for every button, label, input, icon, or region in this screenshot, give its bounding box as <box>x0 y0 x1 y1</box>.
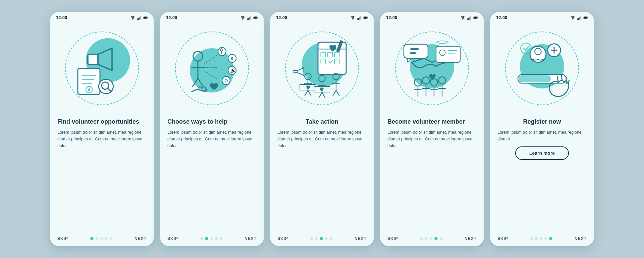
dot-1-4[interactable] <box>105 237 108 240</box>
svg-rect-128 <box>519 75 551 82</box>
skip-button-2[interactable]: SKIP <box>167 236 178 241</box>
dashed-circle-3 <box>285 31 359 105</box>
dot-5-2[interactable] <box>535 237 538 240</box>
svg-line-69 <box>308 90 311 96</box>
svg-line-78 <box>333 90 336 96</box>
dot-5-1[interactable] <box>530 237 533 240</box>
phone-screen-4: 12:00 <box>380 12 484 246</box>
status-bar-2: 12:00 <box>160 12 264 21</box>
phone-screen-5: 12:00 <box>490 12 594 246</box>
signal-icon <box>137 15 142 20</box>
phone-screen-1: 12:00 <box>50 12 154 246</box>
svg-rect-25 <box>249 17 250 19</box>
screen-body-5: Lorem ipsum dolor sit dim amet, mea regi… <box>497 129 587 142</box>
signal-icon <box>247 15 252 20</box>
dot-3-4[interactable] <box>325 237 328 240</box>
dot-5-4[interactable] <box>544 237 547 240</box>
battery-icon <box>583 15 588 20</box>
status-bar-5: 12:00 <box>490 12 594 21</box>
illustration-3 <box>270 21 374 115</box>
battery-icon <box>253 15 258 20</box>
svg-rect-24 <box>248 18 249 20</box>
time-5: 12:00 <box>496 15 507 20</box>
svg-point-86 <box>463 19 463 19</box>
dot-3-1[interactable] <box>310 237 313 240</box>
dot-3-5[interactable] <box>330 237 332 240</box>
skip-button-3[interactable]: SKIP <box>277 236 288 241</box>
screens-container: 12:00 <box>50 12 594 246</box>
signal-icon <box>357 15 362 20</box>
bottom-nav-1: SKIPNEXT <box>50 233 154 246</box>
dot-4-4[interactable] <box>434 237 438 240</box>
dot-2-4[interactable] <box>215 237 218 240</box>
svg-rect-118 <box>584 17 586 18</box>
next-button-4[interactable]: NEXT <box>465 236 477 241</box>
skip-button-1[interactable]: SKIP <box>57 236 68 241</box>
dot-4-3[interactable] <box>430 237 432 240</box>
svg-rect-3 <box>139 17 140 19</box>
pagination-dots-2 <box>200 237 222 240</box>
content-5: Register nowLorem ipsum dolor sit dim am… <box>490 115 594 233</box>
status-icons-2 <box>240 15 258 20</box>
status-icons-4 <box>461 15 478 20</box>
skip-button-4[interactable]: SKIP <box>387 236 398 241</box>
dot-4-2[interactable] <box>425 237 428 240</box>
learn-more-button[interactable]: Learn more <box>515 146 569 160</box>
svg-rect-26 <box>250 16 251 20</box>
status-bar-1: 12:00 <box>50 12 154 21</box>
dot-3-2[interactable] <box>315 237 318 240</box>
svg-rect-52 <box>360 16 361 20</box>
dot-1-5[interactable] <box>110 237 112 240</box>
dot-2-2[interactable] <box>205 237 208 240</box>
svg-rect-6 <box>144 17 146 18</box>
screen-body-4: Lorem ipsum dolor sit dim amet, mea regi… <box>387 129 477 149</box>
dot-2-1[interactable] <box>200 237 203 240</box>
wifi-icon <box>461 15 465 20</box>
next-button-3[interactable]: NEXT <box>355 236 367 241</box>
svg-line-79 <box>336 90 339 96</box>
status-icons-5 <box>571 15 588 20</box>
next-button-1[interactable]: NEXT <box>135 236 147 241</box>
dot-1-3[interactable] <box>100 237 103 240</box>
dot-4-1[interactable] <box>420 237 423 240</box>
svg-text:🔊: 🔊 <box>230 67 237 74</box>
phone-screen-3: 12:00 <box>270 12 374 246</box>
dot-1-1[interactable] <box>90 237 94 240</box>
svg-point-22 <box>243 19 243 19</box>
dot-2-3[interactable] <box>210 237 213 240</box>
dot-3-3[interactable] <box>320 237 323 240</box>
wifi-icon <box>351 15 355 20</box>
dot-5-3[interactable] <box>540 237 542 240</box>
svg-rect-50 <box>358 18 359 20</box>
svg-rect-87 <box>467 18 468 20</box>
time-2: 12:00 <box>166 15 177 20</box>
screen-title-2: Choose ways to help <box>167 118 257 126</box>
svg-point-48 <box>353 19 353 19</box>
content-1: Find volunteer opportunitiesLorem ipsum … <box>50 115 154 233</box>
wifi-icon <box>571 15 575 20</box>
content-4: Become volunteer memberLorem ipsum dolor… <box>380 115 484 233</box>
dot-2-5[interactable] <box>220 237 222 240</box>
svg-text:⚙: ⚙ <box>224 78 228 83</box>
dot-4-5[interactable] <box>440 237 442 240</box>
svg-rect-116 <box>580 16 581 20</box>
screen-title-3: Take action <box>277 118 367 126</box>
screen-body-2: Lorem ipsum dolor sit dim amet, mea regi… <box>167 129 257 149</box>
wifi-icon <box>130 15 135 20</box>
svg-point-21 <box>88 88 90 91</box>
status-bar-3: 12:00 <box>270 12 374 21</box>
svg-point-0 <box>132 19 133 19</box>
pagination-dots-4 <box>420 237 442 240</box>
status-icons-3 <box>351 15 368 20</box>
dashed-circle-5 <box>505 31 579 105</box>
skip-button-5[interactable]: SKIP <box>497 236 508 241</box>
svg-rect-4 <box>140 16 141 20</box>
svg-point-112 <box>573 19 573 19</box>
bottom-nav-5: SKIPNEXT <box>490 233 594 246</box>
svg-rect-90 <box>470 16 471 20</box>
next-button-2[interactable]: NEXT <box>245 236 257 241</box>
time-4: 12:00 <box>386 15 397 20</box>
dot-5-5[interactable] <box>549 237 552 240</box>
dot-1-2[interactable] <box>96 237 98 240</box>
next-button-5[interactable]: NEXT <box>575 236 587 241</box>
